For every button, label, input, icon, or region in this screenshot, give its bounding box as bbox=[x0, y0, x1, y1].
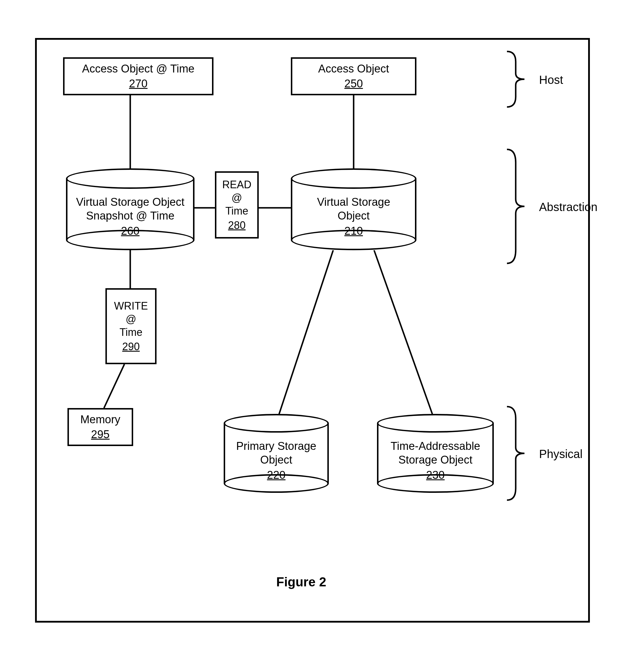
host-label: Host bbox=[539, 73, 563, 87]
vso-snapshot-cylinder: Virtual Storage Object Snapshot @ Time 2… bbox=[66, 168, 195, 250]
box-ref: 290 bbox=[122, 340, 140, 353]
figure-caption: Figure 2 bbox=[276, 575, 326, 589]
cyl-ref: 230 bbox=[426, 468, 444, 482]
primary-storage-cylinder: Primary Storage Object 220 bbox=[224, 414, 329, 493]
cyl-line2: Snapshot @ Time bbox=[86, 209, 175, 223]
cyl-ref: 220 bbox=[267, 468, 285, 482]
memory-box: Memory 295 bbox=[67, 408, 133, 446]
box-l3: Time bbox=[226, 204, 248, 218]
box-title: Access Object bbox=[318, 62, 389, 76]
cyl-line1: Time-Addressable bbox=[391, 439, 480, 453]
svg-line-5 bbox=[104, 364, 125, 408]
write-box: WRITE @ Time 290 bbox=[105, 288, 157, 364]
diagram-frame: Access Object @ Time 270 Access Object 2… bbox=[35, 38, 590, 622]
access-object-box: Access Object 250 bbox=[291, 57, 416, 95]
svg-line-6 bbox=[276, 250, 333, 423]
box-title: Access Object @ Time bbox=[82, 62, 195, 76]
cyl-ref: 210 bbox=[344, 224, 363, 238]
host-brace bbox=[504, 50, 527, 108]
cyl-line1: Primary Storage bbox=[236, 439, 316, 453]
box-title: Memory bbox=[80, 413, 120, 427]
box-l2: @ bbox=[126, 313, 136, 326]
box-l2: @ bbox=[232, 191, 242, 204]
box-l3: Time bbox=[119, 326, 142, 339]
physical-label: Physical bbox=[539, 448, 583, 461]
cyl-ref: 260 bbox=[121, 224, 139, 238]
time-addressable-cylinder: Time-Addressable Storage Object 230 bbox=[377, 414, 494, 493]
box-ref: 270 bbox=[129, 77, 147, 91]
cyl-line2: Object bbox=[260, 453, 292, 467]
svg-line-7 bbox=[374, 250, 436, 423]
cyl-line2: Storage Object bbox=[398, 453, 472, 467]
box-ref: 280 bbox=[228, 219, 246, 232]
cyl-line1: Virtual Storage Object bbox=[76, 195, 184, 209]
access-object-time-box: Access Object @ Time 270 bbox=[63, 57, 213, 95]
vso-cylinder: Virtual Storage Object 210 bbox=[291, 168, 416, 250]
cyl-line1: Virtual Storage bbox=[317, 195, 390, 209]
box-l1: READ bbox=[222, 178, 251, 191]
abstraction-brace bbox=[504, 148, 527, 265]
cyl-line2: Object bbox=[338, 209, 370, 223]
physical-brace bbox=[504, 405, 527, 502]
box-ref: 250 bbox=[344, 77, 363, 91]
box-ref: 295 bbox=[91, 428, 109, 442]
read-box: READ @ Time 280 bbox=[215, 171, 259, 238]
abstraction-label: Abstraction bbox=[539, 200, 597, 214]
box-l1: WRITE bbox=[114, 299, 148, 313]
